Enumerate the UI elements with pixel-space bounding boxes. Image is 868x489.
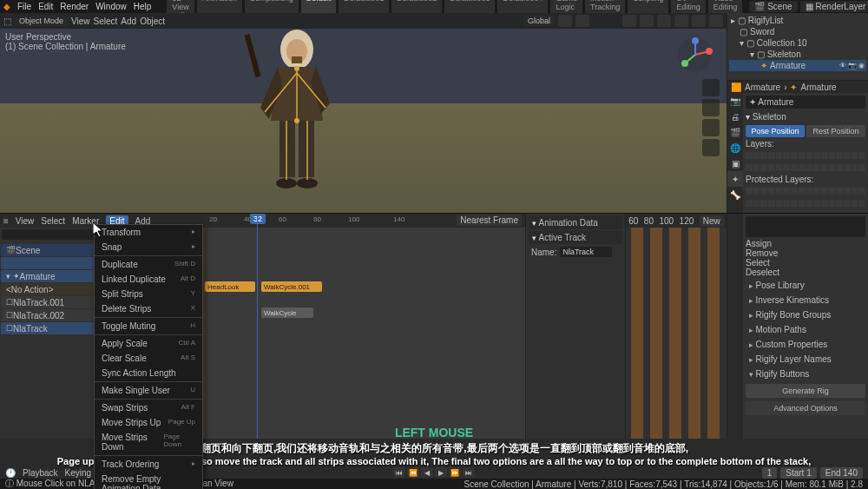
play-rev-btn[interactable]: ◀ bbox=[421, 467, 433, 478]
panel-item[interactable]: ▸ Custom Properties bbox=[746, 338, 865, 351]
layer-grid[interactable] bbox=[746, 164, 865, 171]
track-name-input[interactable] bbox=[560, 247, 612, 257]
select-btn[interactable]: Select bbox=[746, 258, 865, 268]
vp-menu-select[interactable]: Select bbox=[94, 17, 118, 26]
nla-timeline[interactable]: 20 40 60 80 100 140 32 Nearest Frame Hea… bbox=[202, 214, 525, 439]
3d-viewport[interactable]: ⬚ Object Mode View Select Add Object Glo… bbox=[0, 13, 727, 213]
menu-help[interactable]: Help bbox=[134, 2, 152, 11]
edit-menu-item[interactable]: Remove Empty Animation Data bbox=[95, 472, 202, 489]
overlay-toggle[interactable] bbox=[622, 15, 636, 27]
active-track-header[interactable]: ▾ Active Track bbox=[529, 231, 622, 244]
advanced-options-btn[interactable]: Advanced Options bbox=[746, 401, 865, 415]
nla-strip[interactable]: HeadLook bbox=[205, 281, 255, 292]
vp-menu-add[interactable]: Add bbox=[121, 17, 136, 26]
action-new-btn[interactable]: New bbox=[700, 215, 724, 227]
xray-toggle[interactable] bbox=[640, 15, 654, 27]
menu-render[interactable]: Render bbox=[60, 2, 89, 11]
edit-menu-item[interactable]: DuplicateShift D bbox=[95, 257, 202, 272]
start-frame[interactable]: Start 1 bbox=[780, 467, 816, 479]
vp-menu-view[interactable]: View bbox=[71, 17, 90, 26]
renderlayer-selector[interactable]: ▦RenderLayer bbox=[800, 1, 868, 12]
edit-menu-item[interactable]: Track Ordering▸ bbox=[95, 457, 202, 472]
zoom-icon[interactable] bbox=[702, 79, 720, 96]
nla-menu-select[interactable]: Select bbox=[41, 216, 65, 226]
edit-menu-item[interactable]: Toggle MutingH bbox=[95, 319, 202, 334]
camera-icon[interactable] bbox=[702, 119, 720, 136]
outliner-row[interactable]: ▾ ▢Collection 10 bbox=[729, 37, 866, 49]
prev-key-btn[interactable]: ⏪ bbox=[407, 467, 419, 478]
skeleton-section[interactable]: ▾ Skeleton bbox=[746, 110, 865, 123]
deselect-btn[interactable]: Deselect bbox=[746, 268, 865, 277]
nla-editor-icon[interactable]: ≡ bbox=[3, 216, 9, 226]
playhead-label[interactable]: 32 bbox=[250, 214, 266, 224]
protected-layer-grid[interactable] bbox=[746, 200, 865, 207]
nla-strip[interactable]: WalkCycle.001 bbox=[261, 281, 322, 292]
pan-icon[interactable] bbox=[702, 99, 720, 116]
edit-menu-item[interactable]: Sync Action Length bbox=[95, 366, 202, 380]
scene-selector[interactable]: 🎬Scene bbox=[749, 1, 797, 12]
timeline-icon[interactable]: 🕐 bbox=[5, 468, 16, 478]
proportional-edit[interactable] bbox=[575, 15, 589, 27]
panel-item[interactable]: ▸ Rigify Layer Names bbox=[746, 353, 865, 366]
outliner[interactable]: ▸ ▢RigifyList ▢Sword ▾ ▢Collection 10 ▾ … bbox=[727, 13, 868, 81]
assign-btn[interactable]: Assign bbox=[746, 239, 865, 248]
play-btn[interactable]: ▶ bbox=[435, 467, 447, 478]
menu-file[interactable]: File bbox=[17, 2, 31, 11]
jump-end-btn[interactable]: ⏭ bbox=[463, 467, 475, 478]
edit-menu-item[interactable]: Split StripsY bbox=[95, 287, 202, 301]
panel-item[interactable]: ▸ Motion Paths bbox=[746, 323, 865, 336]
shade-wire[interactable] bbox=[657, 15, 671, 27]
list-box[interactable] bbox=[746, 216, 865, 237]
end-frame[interactable]: End 140 bbox=[820, 467, 863, 479]
tl-menu-keying[interactable]: Keying bbox=[65, 468, 92, 478]
vp-menu-object[interactable]: Object bbox=[140, 17, 165, 26]
tab-render[interactable]: 📷 bbox=[727, 93, 743, 109]
edit-menu-item[interactable]: Transform▸ bbox=[95, 225, 202, 240]
orientation-dropdown[interactable]: Global bbox=[523, 16, 555, 26]
protected-layer-grid[interactable] bbox=[746, 188, 865, 195]
mode-dropdown[interactable]: Object Mode bbox=[15, 16, 68, 26]
menu-edit[interactable]: Edit bbox=[38, 2, 53, 11]
persp-icon[interactable] bbox=[702, 139, 720, 156]
panel-item[interactable]: ▸ Inverse Kinematics bbox=[746, 294, 865, 307]
editor-type-icon[interactable]: ⬚ bbox=[3, 17, 11, 26]
shade-matprev[interactable] bbox=[692, 15, 706, 27]
armature-name-field[interactable]: ✦ Armature bbox=[746, 96, 865, 109]
shade-solid[interactable] bbox=[674, 15, 688, 27]
shade-rendered[interactable] bbox=[709, 15, 723, 27]
outliner-row[interactable]: ▢Sword bbox=[729, 26, 866, 37]
anim-data-header[interactable]: ▾ Animation Data bbox=[529, 216, 622, 229]
playhead[interactable] bbox=[257, 214, 258, 439]
tab-object[interactable]: ▣ bbox=[727, 155, 743, 171]
generate-rig-btn[interactable]: Generate Rig bbox=[746, 384, 865, 398]
nav-gizmo[interactable] bbox=[676, 36, 714, 74]
next-key-btn[interactable]: ⏩ bbox=[449, 467, 461, 478]
tab-world[interactable]: 🌐 bbox=[727, 140, 743, 155]
panel-item[interactable]: ▾ Rigify Buttons bbox=[746, 367, 865, 380]
nla-menu-view[interactable]: View bbox=[16, 216, 35, 226]
outliner-row[interactable]: ▸ ▢RigifyList bbox=[729, 15, 866, 26]
panel-item[interactable]: ▸ Pose Library bbox=[746, 279, 865, 292]
edit-menu-item[interactable]: Delete StripsX bbox=[95, 301, 202, 316]
edit-menu-item[interactable]: Move Strips DownPage Down bbox=[95, 430, 202, 454]
snap-toggle[interactable] bbox=[558, 15, 572, 27]
outliner-row[interactable]: ✦Armature👁 📷 ◉ bbox=[729, 60, 866, 71]
outliner-row[interactable]: ▾ ▢Skeleton bbox=[729, 49, 866, 60]
edit-menu-item[interactable]: Apply ScaleCtrl A bbox=[95, 336, 202, 351]
edit-menu-item[interactable]: Make Single UserU bbox=[95, 383, 202, 398]
viewport-display-section[interactable]: ▾ Viewport Display bbox=[746, 210, 865, 213]
tab-output[interactable]: 🖨 bbox=[727, 109, 743, 124]
tab-armature[interactable]: ✦ bbox=[727, 171, 743, 187]
nla-strip[interactable]: WalkCycle bbox=[261, 307, 313, 318]
current-frame[interactable]: 1 bbox=[762, 467, 778, 479]
edit-menu-item[interactable]: Move Strips UpPage Up bbox=[95, 415, 202, 430]
edit-menu-item[interactable]: Linked DuplicateAlt D bbox=[95, 272, 202, 287]
panel-item[interactable]: ▸ Rigify Bone Groups bbox=[746, 308, 865, 321]
menu-window[interactable]: Window bbox=[95, 2, 127, 11]
edit-menu-item[interactable]: Clear ScaleAlt S bbox=[95, 351, 202, 366]
nla-secondary-timeline[interactable]: 6080100120 New bbox=[625, 214, 727, 439]
nla-ruler[interactable]: 20 40 60 80 100 140 32 Nearest Frame bbox=[202, 214, 525, 228]
edit-menu-item[interactable]: Swap StripsAlt F bbox=[95, 400, 202, 415]
remove-btn[interactable]: Remove bbox=[746, 248, 865, 258]
tab-scene[interactable]: 🎬 bbox=[727, 124, 743, 140]
